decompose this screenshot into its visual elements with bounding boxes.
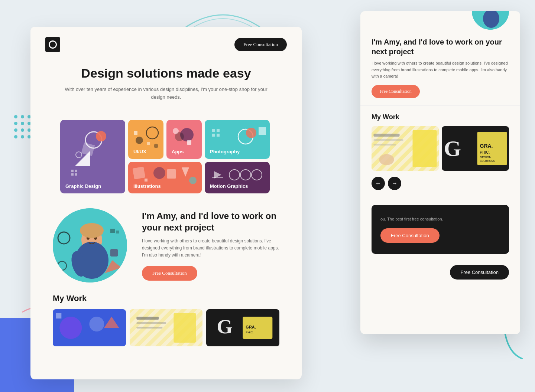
work-thumb-3[interactable]: G GRA. PHIC. bbox=[206, 309, 279, 346]
secondary-consultation-btn[interactable]: Free Consultation bbox=[372, 85, 420, 98]
hero-subtitle: With over ten years of experience in var… bbox=[60, 86, 272, 101]
svg-text:DESIGN: DESIGN bbox=[480, 156, 492, 159]
service-apps[interactable]: Apps bbox=[166, 120, 202, 159]
svg-rect-23 bbox=[212, 134, 215, 137]
service-ui-ux[interactable]: UI/UX bbox=[128, 120, 163, 159]
service-label-illustrations: Illustrations bbox=[133, 183, 161, 189]
secondary-work-section: My Work bbox=[360, 106, 520, 205]
service-motion-graphics[interactable]: Motion Graphics bbox=[205, 162, 270, 193]
secondary-work-grid: G GRA. PHIC. DESIGN SOLUTIONS bbox=[372, 126, 509, 171]
logo-icon bbox=[49, 40, 57, 49]
about-description: I love working with others to create bea… bbox=[142, 238, 279, 259]
secondary-footer-btn[interactable]: Free Consultation bbox=[450, 265, 509, 280]
about-cta-btn[interactable]: Free Consultation bbox=[142, 266, 197, 281]
svg-rect-34 bbox=[212, 177, 223, 178]
svg-rect-57 bbox=[136, 317, 159, 320]
secondary-work-img-1[interactable] bbox=[372, 126, 439, 171]
svg-text:G: G bbox=[217, 315, 233, 338]
svg-point-9 bbox=[146, 127, 158, 139]
secondary-card: I'm Amy, and I'd love to work on your ne… bbox=[360, 11, 520, 334]
hero-section: Design solutions made easy With over ten… bbox=[30, 62, 302, 112]
svg-point-17 bbox=[173, 128, 179, 134]
svg-rect-73 bbox=[374, 134, 400, 137]
svg-text:PHIC.: PHIC. bbox=[246, 331, 254, 334]
main-card-header: Free Consultation bbox=[30, 27, 302, 62]
main-card: Free Consultation Design solutions made … bbox=[30, 27, 302, 379]
svg-rect-30 bbox=[145, 179, 147, 182]
svg-text:GRA.: GRA. bbox=[480, 143, 493, 149]
service-label-ui-ux: UI/UX bbox=[133, 149, 146, 154]
svg-rect-75 bbox=[374, 144, 396, 146]
svg-marker-28 bbox=[182, 167, 189, 177]
svg-point-4 bbox=[76, 152, 82, 158]
svg-point-13 bbox=[154, 144, 158, 148]
work-thumb-1[interactable] bbox=[53, 309, 126, 346]
work-thumb-2[interactable] bbox=[130, 309, 203, 346]
carousel-prev-btn[interactable]: ← bbox=[372, 177, 385, 190]
carousel-controls: ← → bbox=[372, 177, 509, 190]
work-images-row: G GRA. PHIC. bbox=[53, 309, 279, 346]
secondary-work-img-2[interactable]: G GRA. PHIC. DESIGN SOLUTIONS bbox=[442, 126, 509, 171]
svg-text:GRA.: GRA. bbox=[246, 325, 256, 329]
svg-rect-60 bbox=[174, 313, 196, 343]
svg-rect-21 bbox=[212, 129, 215, 132]
svg-point-10 bbox=[136, 137, 143, 144]
svg-point-51 bbox=[89, 317, 104, 331]
secondary-avatar bbox=[472, 11, 509, 30]
secondary-cta-btn[interactable]: Free Consultation bbox=[380, 228, 440, 243]
svg-rect-16 bbox=[187, 140, 191, 145]
secondary-cta-text: ou. The best first free consultation. bbox=[380, 216, 500, 223]
svg-point-1 bbox=[96, 131, 106, 141]
svg-point-31 bbox=[229, 170, 240, 180]
secondary-about-title: I'm Amy, and I'd love to work on your ne… bbox=[372, 37, 509, 56]
svg-text:PHIC.: PHIC. bbox=[480, 150, 490, 154]
svg-text:SOLUTIONS: SOLUTIONS bbox=[480, 160, 495, 162]
svg-rect-27 bbox=[167, 169, 176, 179]
svg-rect-11 bbox=[134, 131, 137, 135]
logo[interactable] bbox=[45, 37, 60, 52]
svg-rect-8 bbox=[75, 173, 77, 176]
svg-rect-76 bbox=[413, 130, 437, 167]
svg-rect-74 bbox=[374, 139, 403, 141]
svg-point-29 bbox=[189, 177, 197, 184]
svg-point-50 bbox=[59, 317, 82, 339]
secondary-footer: Free Consultation bbox=[360, 261, 520, 287]
svg-rect-12 bbox=[147, 142, 150, 145]
svg-rect-58 bbox=[136, 322, 166, 324]
carousel-next-btn[interactable]: → bbox=[388, 177, 401, 190]
svg-rect-5 bbox=[71, 170, 74, 172]
consultation-btn-header[interactable]: Free Consultation bbox=[234, 38, 287, 51]
svg-rect-25 bbox=[133, 166, 146, 179]
secondary-cta-section: ou. The best first free consultation. Fr… bbox=[372, 205, 509, 254]
svg-point-32 bbox=[240, 170, 251, 180]
service-graphic-design[interactable]: Graphic Design bbox=[60, 120, 125, 193]
secondary-top-area bbox=[360, 11, 520, 33]
svg-rect-52 bbox=[56, 313, 61, 318]
work-section-title: My Work bbox=[53, 294, 279, 303]
about-text: I'm Amy, and I'd love to work on your ne… bbox=[142, 210, 279, 281]
svg-marker-20 bbox=[259, 127, 266, 135]
svg-point-33 bbox=[252, 170, 262, 180]
secondary-about: I'm Amy, and I'd love to work on your ne… bbox=[360, 33, 520, 106]
svg-rect-22 bbox=[217, 129, 220, 132]
about-section: I'm Amy, and I'd love to work on your ne… bbox=[30, 201, 302, 290]
service-photography[interactable]: Photography bbox=[205, 120, 270, 159]
bg-teal-top-accent bbox=[182, 0, 264, 30]
work-section: My Work bbox=[30, 290, 302, 350]
service-illustrations[interactable]: Illustrations bbox=[128, 162, 202, 193]
services-grid: Graphic Design UI/UX Apps bbox=[30, 112, 302, 201]
svg-point-19 bbox=[246, 128, 256, 138]
svg-rect-48 bbox=[116, 231, 119, 233]
svg-rect-6 bbox=[75, 170, 77, 172]
svg-point-44 bbox=[80, 223, 104, 238]
service-label-photography: Photography bbox=[210, 149, 240, 154]
avatar-image bbox=[53, 208, 127, 282]
about-title: I'm Amy, and I'd love to work on your ne… bbox=[142, 210, 279, 233]
svg-point-77 bbox=[379, 154, 394, 165]
secondary-work-title: My Work bbox=[372, 113, 509, 121]
svg-rect-47 bbox=[110, 229, 115, 233]
svg-rect-7 bbox=[71, 173, 74, 176]
svg-point-26 bbox=[153, 167, 165, 179]
svg-rect-39 bbox=[110, 249, 118, 257]
secondary-about-description: I love working with others to create bea… bbox=[372, 60, 509, 80]
